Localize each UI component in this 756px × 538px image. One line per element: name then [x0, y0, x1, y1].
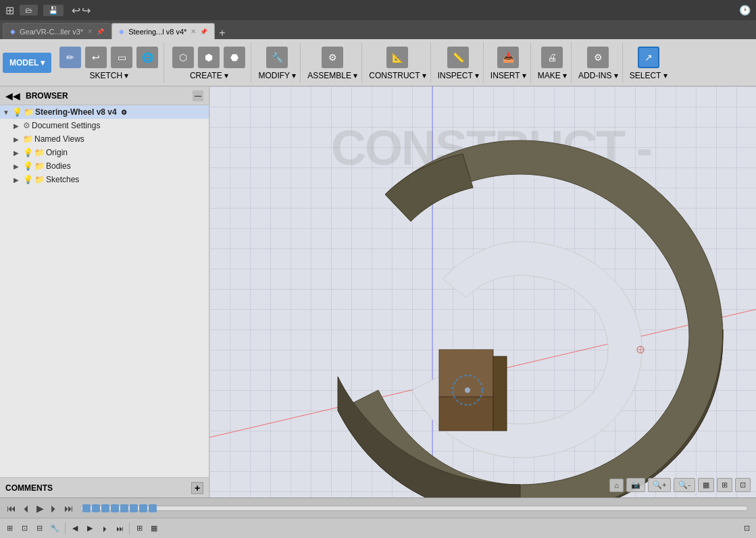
assemble-button[interactable]: ⚙ [320, 45, 345, 70]
tab-pin-0: 📌 [97, 28, 104, 35]
tab-label-0: GearVR-C...ller v3* [20, 28, 83, 36]
undo-button[interactable]: ↩ [72, 4, 80, 17]
browser-title: BROWSER [26, 91, 68, 101]
create-label: CREATE ▾ [190, 71, 228, 80]
construct-group: 📐 CONSTRUCT ▾ [365, 43, 430, 83]
svg-rect-4 [493, 356, 507, 431]
bt-button-2[interactable]: ⊡ [18, 521, 31, 536]
bt-button-5[interactable]: ◀ [68, 521, 82, 536]
timeline-marker-5[interactable] [120, 504, 128, 512]
timeline-marker-6[interactable] [130, 504, 138, 512]
sketch-button[interactable]: ✏ [58, 45, 82, 70]
make-button[interactable]: 🖨 [540, 45, 564, 70]
sketch-group: ✏ ↩ ▭ 🌐 SKETCH ▾ [54, 43, 164, 83]
tree-item-origin[interactable]: ▶ 💡 📁 Origin [0, 146, 209, 159]
inspect-button[interactable]: 📏 [446, 45, 470, 70]
sketches-bulb-icon: 💡 [23, 175, 33, 184]
svg-rect-3 [439, 397, 493, 431]
app-grid-icon[interactable]: ⊞ [5, 4, 14, 17]
create-revolve-button[interactable]: ⬢ [197, 45, 221, 70]
file-menu-button[interactable]: 🗁 [20, 5, 38, 16]
redo-button[interactable]: ↪ [82, 4, 91, 17]
comments-label: COMMENTS [5, 483, 53, 493]
file-icon: 🗁 [25, 6, 32, 14]
display-mode-button[interactable]: ▦ [698, 478, 714, 492]
construct-button[interactable]: 📐 [385, 45, 409, 70]
doc-settings-arrow: ▶ [14, 122, 22, 130]
inspect-label: INSPECT ▾ [438, 71, 479, 80]
create-group: ⬡ ⬢ ⬣ CREATE ▾ [167, 43, 251, 83]
tree-item-sketches[interactable]: ▶ 💡 📁 Sketches [0, 173, 209, 186]
assemble-group: ⚙ ASSEMBLE ▾ [303, 43, 362, 83]
create-sweep-icon: ⬣ [224, 47, 245, 68]
timeline-marker-8[interactable] [149, 504, 157, 512]
tab-close-1[interactable]: ✕ [191, 28, 196, 35]
tab-steeringwheel[interactable]: ◆ Steering...l v8 v4* ✕ 📌 [111, 23, 215, 39]
timeline-marker-2[interactable] [92, 504, 100, 512]
browser-minimize-button[interactable]: — [193, 90, 203, 101]
select-icon: ↗ [638, 47, 659, 68]
tree-item-named-views[interactable]: ▶ 📁 Named Views [0, 132, 209, 146]
clock-icon: 🕐 [739, 5, 751, 16]
bt-button-7[interactable]: ⏵ [98, 521, 111, 536]
timeline-prev-button[interactable]: ⏴ [20, 502, 32, 515]
viewport[interactable]: CONSTRUCT - [209, 86, 756, 497]
sketch-finish-button[interactable]: ↩ [84, 45, 108, 70]
save-button[interactable]: 💾 [43, 5, 64, 16]
bt-end-button[interactable]: ⊡ [740, 521, 753, 536]
timeline-marker-4[interactable] [111, 504, 119, 512]
insert-button[interactable]: 📥 [496, 45, 520, 70]
sketch-rect-button[interactable]: ▭ [109, 45, 134, 70]
create-sweep-button[interactable]: ⬣ [222, 45, 247, 70]
zoom-fit-button[interactable]: 🔍+ [648, 478, 671, 492]
sketch-sphere-button[interactable]: 🌐 [135, 45, 159, 70]
addins-button[interactable]: ⚙ [586, 45, 610, 70]
sketch-rect-icon: ▭ [111, 47, 132, 68]
bt-snap-button[interactable]: ⊞ [132, 521, 146, 536]
bt-button-8[interactable]: ⏭ [113, 521, 126, 536]
timeline-play-button[interactable]: ▶ [35, 502, 45, 515]
timeline-first-button[interactable]: ⏮ [5, 502, 18, 515]
timeline-last-button[interactable]: ⏭ [63, 502, 75, 515]
select-button[interactable]: ↗ [636, 45, 661, 70]
model-menu-button[interactable]: MODEL ▾ [3, 53, 51, 73]
zoom-out-button[interactable]: 🔍- [674, 478, 695, 492]
comments-add-button[interactable]: + [191, 482, 203, 494]
bodies-label: Bodies [46, 161, 71, 171]
bt-grid-button[interactable]: ▦ [147, 521, 161, 536]
new-tab-button[interactable]: + [215, 27, 229, 39]
bt-button-3[interactable]: ⊟ [32, 521, 46, 536]
create-extrude-button[interactable]: ⬡ [171, 45, 195, 70]
make-label: MAKE ▾ [538, 71, 567, 80]
bodies-arrow: ▶ [14, 163, 22, 170]
tree-root-item[interactable]: ▼ 💡 📁 Steering-Wheel v8 v4 ⚙ [0, 105, 209, 119]
tab-close-0[interactable]: ✕ [87, 28, 93, 35]
construct-icon: 📐 [386, 47, 408, 68]
home-view-button[interactable]: ⌂ [609, 479, 624, 492]
timeline-track[interactable] [80, 506, 748, 511]
timeline-marker-3[interactable] [101, 504, 109, 512]
bt-button-6[interactable]: ▶ [83, 521, 97, 536]
bodies-bulb-icon: 💡 [23, 161, 33, 171]
tab-gearvrcontroller[interactable]: ◆ GearVR-C...ller v3* ✕ 📌 [3, 23, 111, 39]
timeline-marker-7[interactable] [139, 504, 147, 512]
camera-button[interactable]: 📷 [626, 478, 645, 492]
select-group: ↗ SELECT ▾ [626, 43, 672, 83]
sketch-sphere-icon: 🌐 [136, 47, 158, 68]
select-label: SELECT ▾ [630, 71, 667, 80]
tab-icon-1: ◆ [119, 28, 124, 35]
timeline-marker-1[interactable] [82, 504, 91, 512]
grid-toggle-button[interactable]: ⊞ [717, 478, 732, 492]
browser-header: ◀◀ BROWSER — [0, 86, 209, 105]
bt-button-4[interactable]: 🔧 [47, 521, 62, 536]
modify-button[interactable]: 🔧 [265, 45, 289, 70]
assemble-icon: ⚙ [322, 47, 343, 68]
browser-collapse-icon[interactable]: ◀◀ [5, 90, 20, 101]
grid-settings-button[interactable]: ⊡ [735, 478, 751, 492]
tree-item-document-settings[interactable]: ▶ ⚙ Document Settings [0, 119, 209, 132]
timeline-next-button[interactable]: ⏵ [48, 502, 60, 515]
root-folder-icon: 📁 [24, 107, 34, 117]
bt-button-1[interactable]: ⊞ [3, 521, 16, 536]
tree-item-bodies[interactable]: ▶ 💡 📁 Bodies [0, 159, 209, 173]
main-area: ◀◀ BROWSER — ▼ 💡 📁 Steering-Wheel v8 v4 … [0, 86, 756, 497]
